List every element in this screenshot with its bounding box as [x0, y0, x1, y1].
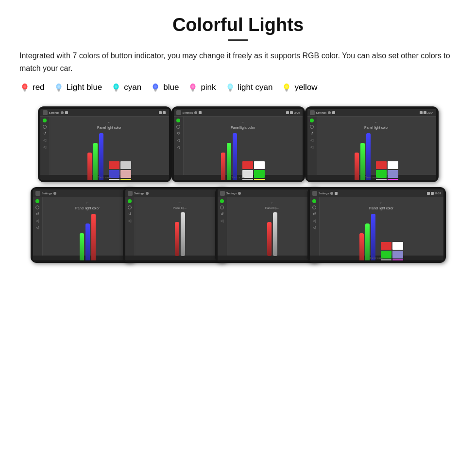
swatch-b4-2: [392, 242, 403, 250]
power-dot-1: [43, 119, 47, 122]
topbar-settings-b1: Settings: [35, 191, 57, 196]
svg-rect-25: [286, 89, 289, 91]
svg-rect-9: [115, 89, 118, 91]
back-nav-b4: ←: [380, 201, 383, 205]
panel-light-title-b1: Panel light color: [75, 206, 100, 210]
slider-b-b1: [85, 223, 90, 260]
svg-rect-22: [229, 91, 231, 92]
title-section: Colorful Lights: [19, 15, 457, 41]
power-dot-b1: [35, 199, 39, 203]
svg-point-23: [229, 86, 232, 88]
gear-icon-b4: [330, 192, 333, 195]
back-arrow-1: ↺: [43, 131, 47, 136]
left-sidebar-b3: ↺ ◁: [218, 197, 227, 256]
slider-r-b1: [91, 214, 96, 260]
screen-display-b1: Settings ↺ ◁ ◁ ←: [33, 189, 133, 260]
left-sidebar-3: ↺ ◁ ◁: [307, 117, 317, 175]
arrow2-1: ◁: [43, 138, 46, 142]
color-item-lightcyan: light cyan: [225, 82, 273, 93]
topbar-settings-b3: Settings: [220, 191, 241, 196]
svg-point-7: [57, 86, 60, 88]
body-area-b3: ↺ ◁ ← Panel lig...: [218, 197, 317, 256]
back-arrow-3: ↺: [310, 131, 314, 136]
time-label-2: 20:24: [294, 111, 300, 114]
device-frame-b4: Settings 20:24 ↺ ◁: [307, 187, 446, 263]
wifi-icon-b4: [431, 192, 434, 195]
page-title: Colorful Lights: [19, 15, 457, 35]
status-icon-b4: [427, 192, 430, 195]
sliders-group-b4: [359, 214, 375, 260]
home-btn-b4: [312, 191, 317, 196]
swatches-grid-2: [242, 161, 265, 180]
topbar-settings-b2: Settings: [128, 191, 149, 196]
wifi-icon-2: [290, 111, 293, 114]
status-icon-1: [159, 111, 162, 114]
swatch-3-2: [388, 161, 398, 169]
slider-blue-1: [99, 133, 103, 180]
svg-rect-1: [23, 89, 26, 91]
circle-btn-b3: [220, 206, 224, 209]
watermark-3: Seicane: [365, 176, 379, 179]
color-item-lightblue: Light blue: [53, 82, 102, 93]
power-dot-b2: [128, 199, 132, 203]
color-label-cyan: cyan: [124, 83, 141, 92]
body-area-3: ↺ ◁ ◁ ← Panel light color: [307, 117, 436, 175]
svg-point-15: [154, 86, 157, 88]
color-label-pink: pink: [201, 83, 216, 92]
power-dot-3: [310, 119, 314, 122]
settings-label-b3: Settings: [226, 192, 237, 195]
swatch-3-5: [376, 179, 387, 180]
svg-rect-14: [154, 91, 156, 92]
svg-rect-13: [154, 89, 157, 91]
swatch-2-5: [242, 179, 253, 180]
content-area-b2: ← Panel lig...: [135, 197, 225, 256]
back-arrow-b2: ↺: [128, 212, 132, 216]
device-frame-2: Settings 20:24 ↺ ◁: [171, 106, 305, 182]
slider-green-2: [227, 143, 231, 180]
wifi-icon-3: [424, 111, 426, 114]
left-sidebar-b2: ↺ ◁: [125, 197, 135, 256]
watermark-b4: Seicane: [370, 257, 384, 259]
circle-btn-b4: [312, 206, 316, 209]
arrow3-1: ◁: [43, 145, 46, 149]
swatch-2-1: [242, 161, 253, 169]
watermark-2: Seicane: [231, 176, 245, 179]
back-nav-b1: ←: [86, 201, 89, 205]
left-sidebar-b1: ↺ ◁ ◁: [33, 197, 43, 256]
svg-point-19: [192, 86, 195, 88]
top-bar-3: Settings 20:24: [307, 109, 436, 117]
power-dot-b4: [312, 199, 316, 203]
home-btn-3: [310, 110, 315, 115]
arrow2-b1: ◁: [36, 219, 39, 223]
topbar-icons-b4: 20:24: [427, 192, 441, 195]
settings-label-3: Settings: [316, 111, 327, 114]
slider-r-b2: [175, 222, 179, 256]
swatches-grid-b4: [381, 242, 403, 260]
screen-display-b2: Settings ↺ ◁ ← Panel lig...: [125, 189, 225, 260]
top-bar-b1: Settings: [33, 189, 133, 197]
bulb-icon-lightblue: [53, 82, 64, 93]
bulb-icon-blue: [150, 82, 161, 93]
content-area-b4: ← Panel light color: [320, 197, 443, 256]
screen-display-b4: Settings 20:24 ↺ ◁: [310, 189, 443, 260]
gear-icon-b2: [146, 192, 149, 195]
top-bar-1: Settings: [40, 109, 169, 117]
swatch-2-2: [254, 161, 265, 169]
arrow3-3: ◁: [310, 145, 313, 149]
sliders-group-b2: [175, 212, 185, 256]
settings-label-2: Settings: [183, 111, 193, 114]
sliders-swatches-b4: [359, 214, 403, 260]
svg-rect-5: [57, 89, 60, 91]
slider-w-b2: [181, 212, 185, 256]
gear-icon-2: [194, 111, 197, 114]
circle-btn-b1: [35, 206, 39, 209]
arrow3-2: ◁: [177, 145, 180, 149]
gear-icon-1: [61, 111, 64, 114]
sliders-group-b1: [80, 214, 96, 260]
svg-rect-26: [286, 91, 288, 92]
watermark-1: Seicane: [98, 176, 112, 179]
swatch-b4-1: [381, 242, 391, 250]
swatch-b4-6: [392, 259, 403, 260]
topbar-icons-1: [159, 111, 167, 114]
device-frame-3: Settings 20:24 ↺ ◁: [305, 106, 439, 182]
